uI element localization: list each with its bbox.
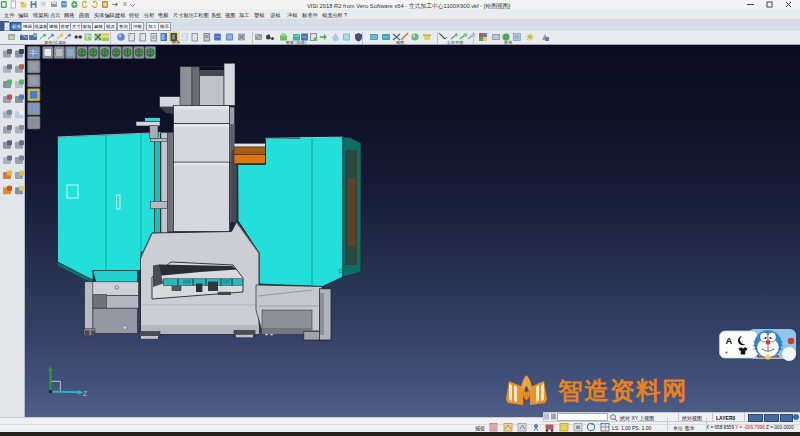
svg-text:A: A	[726, 335, 733, 346]
svg-text:智造资料网: 智造资料网	[557, 377, 688, 404]
svg-text:Z: Z	[83, 390, 88, 397]
